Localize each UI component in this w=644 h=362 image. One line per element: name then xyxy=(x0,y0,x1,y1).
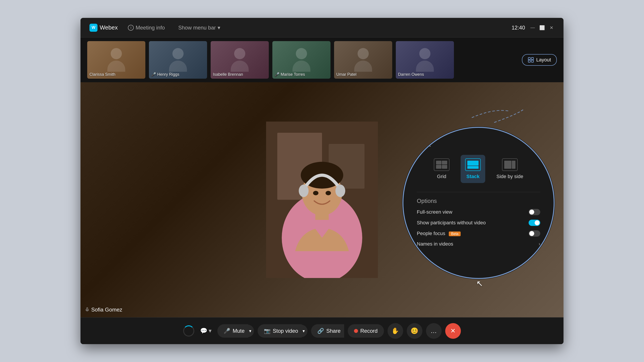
stop-video-button[interactable]: 📷 Stop video xyxy=(258,324,302,338)
grid-layout-icon xyxy=(434,158,450,171)
maximize-button[interactable]: ⬜ xyxy=(539,24,545,31)
video-icon: 📷 xyxy=(264,328,270,334)
meeting-info-button[interactable]: i Meeting info xyxy=(125,23,168,33)
speaker-mic-icon xyxy=(85,308,90,312)
webex-logo: W Webex xyxy=(90,24,118,32)
end-call-button[interactable]: ✕ xyxy=(445,323,461,339)
participant-thumb-2[interactable]: Isabelle Brennan xyxy=(211,41,269,79)
participant-thumb-0[interactable]: Clarissa Smith xyxy=(87,41,145,79)
window-controls: — ⬜ ✕ xyxy=(530,24,554,31)
names-in-videos-label: Names in videos xyxy=(417,241,453,247)
participant-thumb-3[interactable]: 🎤Marise Torres xyxy=(272,41,330,79)
video-chevron-icon: ▾ xyxy=(302,329,305,334)
layout-divider xyxy=(417,192,540,192)
raise-hand-button[interactable]: ✋ xyxy=(388,323,403,339)
stop-video-arrow-button[interactable]: ▾ xyxy=(300,325,308,337)
layout-button[interactable]: Layout xyxy=(522,54,557,66)
time-display: 12:40 xyxy=(512,24,525,31)
layout-button-label: Layout xyxy=(536,57,551,63)
loading-spinner xyxy=(183,325,194,337)
show-participants-toggle[interactable] xyxy=(528,220,540,226)
titlebar-right: 12:40 — ⬜ ✕ xyxy=(512,24,554,31)
options-section-title: Options xyxy=(417,198,540,204)
maximize-icon: ⬜ xyxy=(539,25,545,30)
stop-video-button-group: 📷 Stop video ▾ xyxy=(258,324,308,338)
svg-rect-3 xyxy=(531,60,533,62)
mic-icon: 🎤 xyxy=(224,328,230,334)
participant-name-1: 🎤Henry Riggs xyxy=(151,72,179,77)
grid-label: Grid xyxy=(437,174,446,179)
main-speaker-video xyxy=(266,122,378,278)
speaker-name: Sofia Gomez xyxy=(85,307,122,313)
stop-video-label: Stop video xyxy=(273,328,298,334)
chat-label: ▾ xyxy=(209,327,212,334)
chat-icon: 💬 xyxy=(200,327,207,334)
side-by-side-label: Side by side xyxy=(496,174,523,179)
stack-layout-icon xyxy=(465,158,481,171)
people-focus-toggle[interactable] xyxy=(528,230,540,237)
participant-name-5: Darren Owens xyxy=(398,72,424,77)
layout-circle-popup: …out Grid xyxy=(402,127,554,279)
people-focus-toggle-row: People focus Beta xyxy=(417,230,540,237)
titlebar: W Webex i Meeting info Show menu bar ▾ 1… xyxy=(80,18,564,37)
beta-badge: Beta xyxy=(449,232,461,236)
main-speaker-label: Sofia Gomez xyxy=(91,307,122,313)
stack-label: Stack xyxy=(466,174,480,179)
show-menu-bar-button[interactable]: Show menu bar ▾ xyxy=(175,23,224,33)
toolbar: 💬 ▾ 🎤 Mute ▾ 📷 Stop video ▾ xyxy=(80,317,564,344)
mute-arrow-button[interactable]: ▾ xyxy=(246,325,254,337)
close-icon: ✕ xyxy=(550,25,554,30)
share-button[interactable]: 🔗 Share xyxy=(311,324,344,338)
reactions-button[interactable]: 😊 xyxy=(407,323,422,339)
mute-button[interactable]: 🎤 Mute xyxy=(217,324,248,338)
reactions-icon: 😊 xyxy=(410,327,418,335)
layout-option-stack[interactable]: Stack xyxy=(461,155,485,183)
side-by-side-layout-icon xyxy=(502,158,518,171)
svg-rect-1 xyxy=(531,58,533,60)
svg-point-11 xyxy=(299,185,308,197)
participant-thumb-1[interactable]: 🎤Henry Riggs xyxy=(149,41,207,79)
share-icon: 🔗 xyxy=(317,328,324,334)
chat-button[interactable]: 💬 ▾ xyxy=(198,325,214,337)
participant-name-4: Umar Patel xyxy=(336,72,356,77)
show-participants-label: Show participants without video xyxy=(417,220,486,226)
mute-button-group: 🎤 Mute ▾ xyxy=(217,324,254,338)
fullscreen-toggle[interactable] xyxy=(528,209,540,215)
mute-label: Mute xyxy=(232,328,244,334)
minimize-icon: — xyxy=(530,25,535,30)
participant-name-0: Clarissa Smith xyxy=(90,72,116,77)
show-participants-toggle-row: Show participants without video xyxy=(417,220,540,226)
layout-icon xyxy=(528,57,534,63)
participant-thumb-4[interactable]: Umar Patel xyxy=(334,41,392,79)
layout-option-grid[interactable]: Grid xyxy=(429,155,454,183)
mute-chevron-icon: ▾ xyxy=(249,329,251,334)
show-menu-bar-label: Show menu bar xyxy=(178,24,216,31)
webex-window: W Webex i Meeting info Show menu bar ▾ 1… xyxy=(80,18,564,344)
names-in-videos-row[interactable]: Names in videos › xyxy=(417,241,540,247)
svg-point-14 xyxy=(326,191,331,195)
fullscreen-toggle-row: Full-screen view xyxy=(417,209,540,215)
participant-name-2: Isabelle Brennan xyxy=(213,72,243,77)
layout-popup-title: …out xyxy=(417,141,540,148)
share-label: Share xyxy=(326,328,340,334)
participant-strip: Clarissa Smith 🎤Henry Riggs Isabelle Bre… xyxy=(80,37,564,82)
svg-rect-2 xyxy=(528,60,530,62)
raise-hand-icon: ✋ xyxy=(391,327,399,335)
participant-thumb-5[interactable]: Darren Owens xyxy=(396,41,454,79)
layout-options-row: Grid Stack xyxy=(417,155,540,183)
svg-point-12 xyxy=(336,185,345,197)
end-call-icon: ✕ xyxy=(450,327,456,335)
titlebar-left: W Webex i Meeting info Show menu bar ▾ xyxy=(90,23,224,33)
more-options-button[interactable]: … xyxy=(426,323,442,339)
info-icon: i xyxy=(128,25,134,31)
chevron-down-icon: ▾ xyxy=(218,24,220,31)
close-button[interactable]: ✕ xyxy=(548,24,554,31)
people-focus-label: People focus Beta xyxy=(417,231,461,236)
record-button[interactable]: Record xyxy=(348,324,384,338)
more-icon: … xyxy=(431,327,437,335)
main-area: Sofia Gomez …out xyxy=(80,82,564,317)
fullscreen-label: Full-screen view xyxy=(417,209,452,215)
minimize-button[interactable]: — xyxy=(530,24,536,31)
layout-popup: …out Grid xyxy=(404,141,554,247)
layout-option-side-by-side[interactable]: Side by side xyxy=(492,155,528,183)
